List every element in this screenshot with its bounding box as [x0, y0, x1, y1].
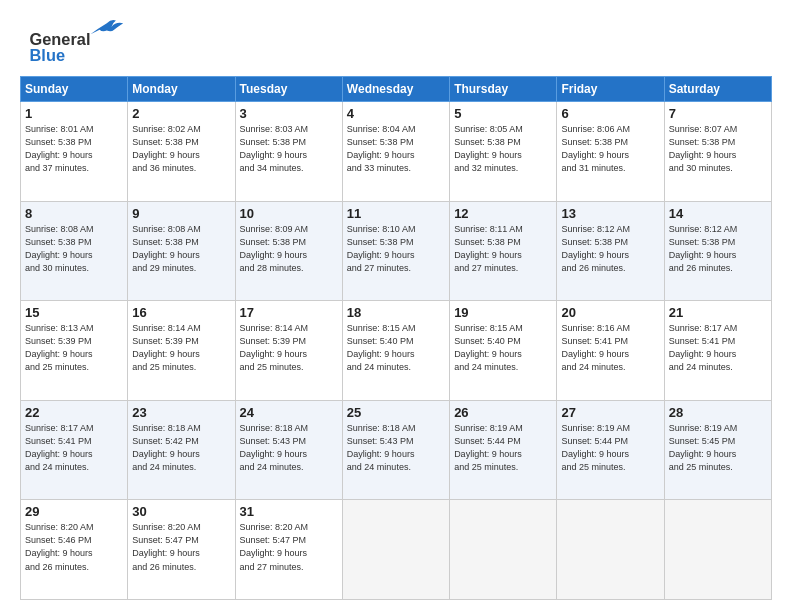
- day-cell-25: 25Sunrise: 8:18 AMSunset: 5:43 PMDayligh…: [342, 400, 449, 500]
- day-number: 13: [561, 206, 659, 221]
- day-number: 4: [347, 106, 445, 121]
- day-number: 19: [454, 305, 552, 320]
- svg-text:General: General: [30, 30, 91, 48]
- day-number: 31: [240, 504, 338, 519]
- day-number: 3: [240, 106, 338, 121]
- day-info: Sunrise: 8:14 AMSunset: 5:39 PMDaylight:…: [132, 322, 230, 374]
- day-cell-6: 6Sunrise: 8:06 AMSunset: 5:38 PMDaylight…: [557, 102, 664, 202]
- day-cell-7: 7Sunrise: 8:07 AMSunset: 5:38 PMDaylight…: [664, 102, 771, 202]
- day-number: 12: [454, 206, 552, 221]
- day-number: 29: [25, 504, 123, 519]
- weekday-saturday: Saturday: [664, 77, 771, 102]
- day-number: 8: [25, 206, 123, 221]
- calendar-table: SundayMondayTuesdayWednesdayThursdayFrid…: [20, 76, 772, 600]
- day-number: 26: [454, 405, 552, 420]
- day-cell-12: 12Sunrise: 8:11 AMSunset: 5:38 PMDayligh…: [450, 201, 557, 301]
- weekday-thursday: Thursday: [450, 77, 557, 102]
- day-cell-16: 16Sunrise: 8:14 AMSunset: 5:39 PMDayligh…: [128, 301, 235, 401]
- day-number: 5: [454, 106, 552, 121]
- day-cell-8: 8Sunrise: 8:08 AMSunset: 5:38 PMDaylight…: [21, 201, 128, 301]
- day-cell-26: 26Sunrise: 8:19 AMSunset: 5:44 PMDayligh…: [450, 400, 557, 500]
- logo-svg: General Blue: [20, 16, 130, 66]
- day-info: Sunrise: 8:12 AMSunset: 5:38 PMDaylight:…: [669, 223, 767, 275]
- day-number: 15: [25, 305, 123, 320]
- day-info: Sunrise: 8:15 AMSunset: 5:40 PMDaylight:…: [454, 322, 552, 374]
- weekday-wednesday: Wednesday: [342, 77, 449, 102]
- day-number: 30: [132, 504, 230, 519]
- day-number: 25: [347, 405, 445, 420]
- header: General Blue: [20, 16, 772, 66]
- day-cell-5: 5Sunrise: 8:05 AMSunset: 5:38 PMDaylight…: [450, 102, 557, 202]
- day-cell-20: 20Sunrise: 8:16 AMSunset: 5:41 PMDayligh…: [557, 301, 664, 401]
- weekday-sunday: Sunday: [21, 77, 128, 102]
- day-info: Sunrise: 8:08 AMSunset: 5:38 PMDaylight:…: [25, 223, 123, 275]
- day-cell-11: 11Sunrise: 8:10 AMSunset: 5:38 PMDayligh…: [342, 201, 449, 301]
- day-cell-13: 13Sunrise: 8:12 AMSunset: 5:38 PMDayligh…: [557, 201, 664, 301]
- day-info: Sunrise: 8:19 AMSunset: 5:45 PMDaylight:…: [669, 422, 767, 474]
- day-info: Sunrise: 8:12 AMSunset: 5:38 PMDaylight:…: [561, 223, 659, 275]
- day-cell-31: 31Sunrise: 8:20 AMSunset: 5:47 PMDayligh…: [235, 500, 342, 600]
- day-number: 18: [347, 305, 445, 320]
- day-cell-2: 2Sunrise: 8:02 AMSunset: 5:38 PMDaylight…: [128, 102, 235, 202]
- day-info: Sunrise: 8:04 AMSunset: 5:38 PMDaylight:…: [347, 123, 445, 175]
- day-info: Sunrise: 8:20 AMSunset: 5:46 PMDaylight:…: [25, 521, 123, 573]
- day-cell-29: 29Sunrise: 8:20 AMSunset: 5:46 PMDayligh…: [21, 500, 128, 600]
- day-cell-21: 21Sunrise: 8:17 AMSunset: 5:41 PMDayligh…: [664, 301, 771, 401]
- day-number: 1: [25, 106, 123, 121]
- week-row-3: 15Sunrise: 8:13 AMSunset: 5:39 PMDayligh…: [21, 301, 772, 401]
- empty-cell: [450, 500, 557, 600]
- day-cell-28: 28Sunrise: 8:19 AMSunset: 5:45 PMDayligh…: [664, 400, 771, 500]
- day-info: Sunrise: 8:13 AMSunset: 5:39 PMDaylight:…: [25, 322, 123, 374]
- day-info: Sunrise: 8:01 AMSunset: 5:38 PMDaylight:…: [25, 123, 123, 175]
- day-info: Sunrise: 8:05 AMSunset: 5:38 PMDaylight:…: [454, 123, 552, 175]
- day-cell-27: 27Sunrise: 8:19 AMSunset: 5:44 PMDayligh…: [557, 400, 664, 500]
- day-cell-14: 14Sunrise: 8:12 AMSunset: 5:38 PMDayligh…: [664, 201, 771, 301]
- day-info: Sunrise: 8:08 AMSunset: 5:38 PMDaylight:…: [132, 223, 230, 275]
- day-number: 16: [132, 305, 230, 320]
- day-info: Sunrise: 8:18 AMSunset: 5:43 PMDaylight:…: [240, 422, 338, 474]
- day-number: 23: [132, 405, 230, 420]
- week-row-4: 22Sunrise: 8:17 AMSunset: 5:41 PMDayligh…: [21, 400, 772, 500]
- day-info: Sunrise: 8:20 AMSunset: 5:47 PMDaylight:…: [132, 521, 230, 573]
- day-info: Sunrise: 8:16 AMSunset: 5:41 PMDaylight:…: [561, 322, 659, 374]
- day-number: 20: [561, 305, 659, 320]
- empty-cell: [557, 500, 664, 600]
- day-info: Sunrise: 8:17 AMSunset: 5:41 PMDaylight:…: [669, 322, 767, 374]
- weekday-tuesday: Tuesday: [235, 77, 342, 102]
- day-cell-15: 15Sunrise: 8:13 AMSunset: 5:39 PMDayligh…: [21, 301, 128, 401]
- day-number: 22: [25, 405, 123, 420]
- day-number: 14: [669, 206, 767, 221]
- day-number: 7: [669, 106, 767, 121]
- day-number: 21: [669, 305, 767, 320]
- day-cell-22: 22Sunrise: 8:17 AMSunset: 5:41 PMDayligh…: [21, 400, 128, 500]
- day-cell-4: 4Sunrise: 8:04 AMSunset: 5:38 PMDaylight…: [342, 102, 449, 202]
- day-cell-9: 9Sunrise: 8:08 AMSunset: 5:38 PMDaylight…: [128, 201, 235, 301]
- day-info: Sunrise: 8:14 AMSunset: 5:39 PMDaylight:…: [240, 322, 338, 374]
- day-number: 27: [561, 405, 659, 420]
- day-info: Sunrise: 8:18 AMSunset: 5:43 PMDaylight:…: [347, 422, 445, 474]
- day-number: 2: [132, 106, 230, 121]
- day-number: 11: [347, 206, 445, 221]
- logo: General Blue: [20, 16, 130, 66]
- empty-cell: [342, 500, 449, 600]
- day-info: Sunrise: 8:07 AMSunset: 5:38 PMDaylight:…: [669, 123, 767, 175]
- day-number: 9: [132, 206, 230, 221]
- day-cell-1: 1Sunrise: 8:01 AMSunset: 5:38 PMDaylight…: [21, 102, 128, 202]
- day-cell-10: 10Sunrise: 8:09 AMSunset: 5:38 PMDayligh…: [235, 201, 342, 301]
- day-number: 28: [669, 405, 767, 420]
- day-cell-24: 24Sunrise: 8:18 AMSunset: 5:43 PMDayligh…: [235, 400, 342, 500]
- day-info: Sunrise: 8:19 AMSunset: 5:44 PMDaylight:…: [561, 422, 659, 474]
- day-info: Sunrise: 8:11 AMSunset: 5:38 PMDaylight:…: [454, 223, 552, 275]
- day-info: Sunrise: 8:02 AMSunset: 5:38 PMDaylight:…: [132, 123, 230, 175]
- day-cell-23: 23Sunrise: 8:18 AMSunset: 5:42 PMDayligh…: [128, 400, 235, 500]
- day-info: Sunrise: 8:17 AMSunset: 5:41 PMDaylight:…: [25, 422, 123, 474]
- weekday-monday: Monday: [128, 77, 235, 102]
- day-number: 10: [240, 206, 338, 221]
- day-cell-3: 3Sunrise: 8:03 AMSunset: 5:38 PMDaylight…: [235, 102, 342, 202]
- day-info: Sunrise: 8:19 AMSunset: 5:44 PMDaylight:…: [454, 422, 552, 474]
- day-info: Sunrise: 8:20 AMSunset: 5:47 PMDaylight:…: [240, 521, 338, 573]
- week-row-1: 1Sunrise: 8:01 AMSunset: 5:38 PMDaylight…: [21, 102, 772, 202]
- weekday-friday: Friday: [557, 77, 664, 102]
- day-info: Sunrise: 8:06 AMSunset: 5:38 PMDaylight:…: [561, 123, 659, 175]
- day-number: 17: [240, 305, 338, 320]
